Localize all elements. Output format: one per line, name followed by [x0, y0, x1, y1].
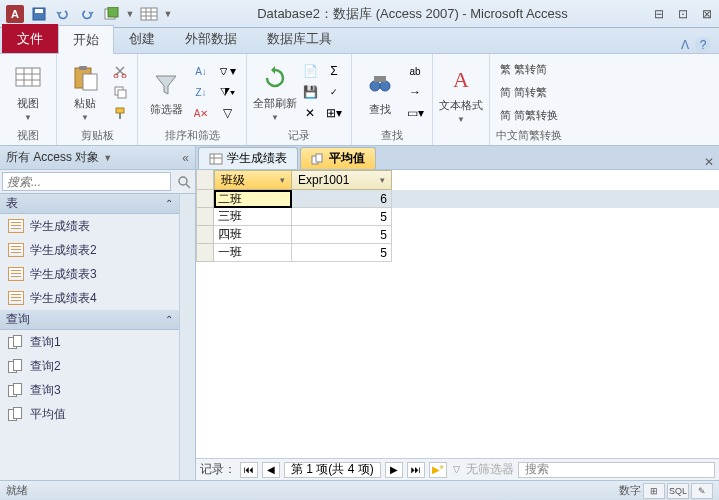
nav-table-item[interactable]: 学生成绩表 — [0, 214, 179, 238]
table-icon — [8, 291, 24, 305]
tab-home[interactable]: 开始 — [58, 25, 114, 54]
maximize-button[interactable]: ⊡ — [675, 7, 691, 21]
ribbon-help: ᐱ ? — [681, 37, 719, 53]
redo-icon[interactable] — [76, 3, 98, 25]
svg-line-27 — [186, 184, 190, 188]
doc-close-icon[interactable]: ✕ — [699, 155, 719, 169]
nav-table-item[interactable]: 学生成绩表4 — [0, 286, 179, 310]
more-records-icon[interactable]: ⊞▾ — [323, 103, 345, 123]
simp-to-trad-button[interactable]: 简 简转繁 — [496, 83, 562, 102]
cjk-convert-button[interactable]: 简 简繁转换 — [496, 106, 562, 125]
tab-external[interactable]: 外部数据 — [170, 24, 252, 53]
help-icon[interactable]: ? — [695, 37, 711, 53]
first-record-button[interactable]: ⏮ — [240, 462, 258, 478]
view-datasheet-button[interactable]: ⊞ — [643, 483, 665, 499]
column-header[interactable]: 班级▾ — [214, 170, 292, 190]
cell[interactable]: 5 — [292, 208, 392, 226]
nav-table-item[interactable]: 学生成绩表2 — [0, 238, 179, 262]
cell[interactable]: 5 — [292, 244, 392, 262]
filter-button[interactable]: 筛选器 — [144, 59, 188, 125]
access-logo[interactable]: A — [4, 3, 26, 25]
view-button[interactable]: 视图 ▼ — [6, 59, 50, 125]
qat-dropdown-icon[interactable]: ▼ — [124, 3, 136, 25]
nav-query-item[interactable]: 查询2 — [0, 354, 179, 378]
tab-file[interactable]: 文件 — [2, 24, 58, 53]
qat-item-icon[interactable] — [100, 3, 122, 25]
cell[interactable]: 二班 — [214, 190, 292, 208]
table-row[interactable]: 二班 6 — [196, 190, 719, 208]
window-title: Database2：数据库 (Access 2007) - Microsoft … — [174, 5, 651, 23]
row-selector[interactable] — [196, 190, 214, 208]
row-selector[interactable] — [196, 226, 214, 244]
nav-header[interactable]: 所有 Access 对象 ▼ « — [0, 146, 195, 170]
column-header[interactable]: Expr1001▾ — [292, 170, 392, 190]
find-button[interactable]: 查找 — [358, 59, 402, 125]
cell[interactable]: 一班 — [214, 244, 292, 262]
paste-button[interactable]: 粘贴 ▼ — [63, 59, 107, 125]
table-row[interactable]: 一班 5 — [196, 244, 719, 262]
view-sql-button[interactable]: SQL — [667, 483, 689, 499]
document-area: 学生成绩表 平均值 ✕ 班级▾ Expr1001▾ 二班 6 — [196, 146, 719, 480]
minimize-ribbon-icon[interactable]: ᐱ — [681, 38, 689, 52]
cell[interactable]: 6 — [292, 190, 392, 208]
cell[interactable]: 5 — [292, 226, 392, 244]
cell[interactable]: 四班 — [214, 226, 292, 244]
next-record-button[interactable]: ▶ — [385, 462, 403, 478]
delete-record-icon[interactable]: ✕ — [299, 103, 321, 123]
trad-to-simp-button[interactable]: 繁 繁转简 — [496, 60, 562, 79]
replace-icon[interactable]: ab — [404, 61, 426, 81]
new-record-button[interactable]: ▶* — [429, 462, 447, 478]
qat-dropdown2-icon[interactable]: ▼ — [162, 3, 174, 25]
binoculars-icon — [364, 68, 396, 100]
svg-rect-21 — [116, 108, 124, 113]
clear-sort-icon[interactable]: A✕ — [190, 103, 212, 123]
table-row[interactable]: 三班 5 — [196, 208, 719, 226]
nav-search-input[interactable] — [2, 172, 171, 191]
doc-tab-query[interactable]: 平均值 — [300, 147, 376, 169]
cell[interactable]: 三班 — [214, 208, 292, 226]
new-record-icon[interactable]: 📄 — [299, 61, 321, 81]
minimize-button[interactable]: ⊟ — [651, 7, 667, 21]
nav-collapse-icon[interactable]: « — [182, 151, 189, 165]
toggle-filter-icon[interactable]: ▽ — [214, 103, 240, 123]
prev-record-button[interactable]: ◀ — [262, 462, 280, 478]
recnav-label: 记录： — [200, 461, 236, 478]
spelling-icon[interactable]: ✓ — [323, 82, 345, 102]
goto-icon[interactable]: → — [404, 82, 426, 102]
advanced-filter-icon[interactable]: ⧩▾ — [214, 82, 240, 102]
select-all-corner[interactable] — [196, 170, 214, 190]
save-record-icon[interactable]: 💾 — [299, 82, 321, 102]
row-selector[interactable] — [196, 244, 214, 262]
totals-icon[interactable]: Σ — [323, 61, 345, 81]
nav-section-queries[interactable]: 查询 ⌃ — [0, 310, 179, 330]
nav-table-item[interactable]: 学生成绩表3 — [0, 262, 179, 286]
record-search-input[interactable]: 搜索 — [518, 462, 715, 478]
undo-icon[interactable] — [52, 3, 74, 25]
nav-section-tables[interactable]: 表 ⌃ — [0, 194, 179, 214]
nav-query-item[interactable]: 查询3 — [0, 378, 179, 402]
row-selector[interactable] — [196, 208, 214, 226]
textfmt-button[interactable]: A 文本格式 ▼ — [439, 61, 483, 127]
copy-icon[interactable] — [109, 82, 131, 102]
cut-icon[interactable] — [109, 61, 131, 81]
search-icon[interactable] — [173, 170, 195, 193]
save-icon[interactable] — [28, 3, 50, 25]
nav-query-item[interactable]: 查询1 — [0, 330, 179, 354]
select-icon[interactable]: ▭▾ — [404, 103, 426, 123]
record-position[interactable]: 第 1 项(共 4 项) — [284, 462, 381, 478]
doc-tab-table[interactable]: 学生成绩表 — [198, 147, 298, 169]
close-button[interactable]: ⊠ — [699, 7, 715, 21]
nav-scrollbar[interactable] — [179, 194, 195, 480]
tab-create[interactable]: 创建 — [114, 24, 170, 53]
nav-query-item[interactable]: 平均值 — [0, 402, 179, 426]
datasheet-icon[interactable] — [138, 3, 160, 25]
view-design-button[interactable]: ✎ — [691, 483, 713, 499]
format-painter-icon[interactable] — [109, 103, 131, 123]
table-row[interactable]: 四班 5 — [196, 226, 719, 244]
sort-desc-icon[interactable]: Z↓ — [190, 82, 212, 102]
refresh-button[interactable]: 全部刷新 ▼ — [253, 59, 297, 125]
selection-filter-icon[interactable]: 🜄▾ — [214, 61, 240, 81]
sort-asc-icon[interactable]: A↓ — [190, 61, 212, 81]
last-record-button[interactable]: ⏭ — [407, 462, 425, 478]
tab-dbtools[interactable]: 数据库工具 — [252, 24, 347, 53]
